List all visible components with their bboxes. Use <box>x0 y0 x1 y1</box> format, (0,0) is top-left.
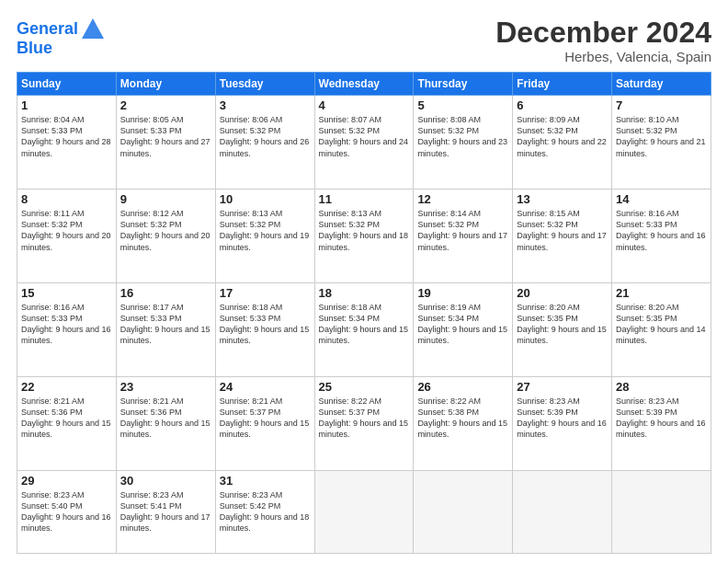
day-number: 10 <box>220 192 311 206</box>
logo-icon <box>80 17 106 42</box>
cell-info: Sunrise: 8:04 AM Sunset: 5:33 PM Dayligh… <box>21 114 112 159</box>
day-number: 5 <box>417 98 508 112</box>
table-cell: 31 Sunrise: 8:23 AM Sunset: 5:42 PM Dayl… <box>215 470 314 553</box>
col-thursday: Thursday <box>414 73 513 96</box>
table-cell: 23 Sunrise: 8:21 AM Sunset: 5:36 PM Dayl… <box>116 376 215 470</box>
day-number: 15 <box>21 286 112 300</box>
table-cell <box>414 470 513 553</box>
location: Herbes, Valencia, Spain <box>495 49 711 64</box>
cell-info: Sunrise: 8:14 AM Sunset: 5:32 PM Dayligh… <box>417 208 508 253</box>
table-cell: 14 Sunrise: 8:16 AM Sunset: 5:33 PM Dayl… <box>612 190 711 283</box>
cell-info: Sunrise: 8:10 AM Sunset: 5:32 PM Dayligh… <box>616 114 707 159</box>
day-number: 7 <box>616 98 707 112</box>
day-number: 13 <box>517 192 608 206</box>
table-cell: 26 Sunrise: 8:22 AM Sunset: 5:38 PM Dayl… <box>414 376 513 470</box>
table-cell <box>314 470 414 553</box>
table-cell: 22 Sunrise: 8:21 AM Sunset: 5:36 PM Dayl… <box>17 376 117 470</box>
day-number: 3 <box>220 98 311 112</box>
table-cell: 18 Sunrise: 8:18 AM Sunset: 5:34 PM Dayl… <box>314 283 414 377</box>
day-number: 19 <box>417 286 508 300</box>
header-row: Sunday Monday Tuesday Wednesday Thursday… <box>17 73 711 96</box>
col-monday: Monday <box>116 73 215 96</box>
day-number: 27 <box>517 380 608 394</box>
day-number: 1 <box>21 98 112 112</box>
cell-info: Sunrise: 8:07 AM Sunset: 5:32 PM Dayligh… <box>319 114 410 159</box>
table-cell: 2 Sunrise: 8:05 AM Sunset: 5:33 PM Dayli… <box>116 96 215 190</box>
table-cell: 1 Sunrise: 8:04 AM Sunset: 5:33 PM Dayli… <box>17 96 117 190</box>
cell-info: Sunrise: 8:12 AM Sunset: 5:32 PM Dayligh… <box>120 208 211 253</box>
table-cell: 13 Sunrise: 8:15 AM Sunset: 5:32 PM Dayl… <box>513 190 612 283</box>
col-friday: Friday <box>513 73 612 96</box>
day-number: 22 <box>21 380 112 394</box>
table-cell: 10 Sunrise: 8:13 AM Sunset: 5:32 PM Dayl… <box>215 190 314 283</box>
month-title: December 2024 <box>495 17 711 49</box>
table-cell <box>612 470 711 553</box>
cell-info: Sunrise: 8:23 AM Sunset: 5:39 PM Dayligh… <box>616 396 707 441</box>
header: General Blue December 2024 Herbes, Valen… <box>17 17 711 64</box>
cell-info: Sunrise: 8:23 AM Sunset: 5:42 PM Dayligh… <box>220 489 311 534</box>
day-number: 20 <box>517 286 608 300</box>
cell-info: Sunrise: 8:23 AM Sunset: 5:39 PM Dayligh… <box>517 396 608 441</box>
day-number: 30 <box>120 474 211 488</box>
table-cell: 4 Sunrise: 8:07 AM Sunset: 5:32 PM Dayli… <box>314 96 414 190</box>
day-number: 9 <box>120 192 211 206</box>
table-cell: 8 Sunrise: 8:11 AM Sunset: 5:32 PM Dayli… <box>17 190 117 283</box>
day-number: 11 <box>319 192 410 206</box>
logo: General Blue <box>17 17 106 58</box>
table-cell: 9 Sunrise: 8:12 AM Sunset: 5:32 PM Dayli… <box>116 190 215 283</box>
day-number: 2 <box>120 98 211 112</box>
cell-info: Sunrise: 8:08 AM Sunset: 5:32 PM Dayligh… <box>417 114 508 159</box>
table-cell: 30 Sunrise: 8:23 AM Sunset: 5:41 PM Dayl… <box>116 470 215 553</box>
day-number: 28 <box>616 380 707 394</box>
table-cell: 29 Sunrise: 8:23 AM Sunset: 5:40 PM Dayl… <box>17 470 117 553</box>
table-cell: 15 Sunrise: 8:16 AM Sunset: 5:33 PM Dayl… <box>17 283 117 377</box>
table-cell: 25 Sunrise: 8:22 AM Sunset: 5:37 PM Dayl… <box>314 376 414 470</box>
table-cell: 11 Sunrise: 8:13 AM Sunset: 5:32 PM Dayl… <box>314 190 414 283</box>
cell-info: Sunrise: 8:06 AM Sunset: 5:32 PM Dayligh… <box>220 114 311 159</box>
cell-info: Sunrise: 8:20 AM Sunset: 5:35 PM Dayligh… <box>517 302 608 347</box>
cell-info: Sunrise: 8:15 AM Sunset: 5:32 PM Dayligh… <box>517 208 608 253</box>
calendar-table: Sunday Monday Tuesday Wednesday Thursday… <box>17 72 711 554</box>
title-block: December 2024 Herbes, Valencia, Spain <box>495 17 711 64</box>
cell-info: Sunrise: 8:23 AM Sunset: 5:40 PM Dayligh… <box>21 489 112 534</box>
day-number: 8 <box>21 192 112 206</box>
day-number: 31 <box>220 474 311 488</box>
cell-info: Sunrise: 8:20 AM Sunset: 5:35 PM Dayligh… <box>616 302 707 347</box>
cell-info: Sunrise: 8:21 AM Sunset: 5:36 PM Dayligh… <box>21 396 112 441</box>
cell-info: Sunrise: 8:21 AM Sunset: 5:37 PM Dayligh… <box>220 396 311 441</box>
svg-marker-0 <box>82 18 104 39</box>
day-number: 14 <box>616 192 707 206</box>
day-number: 6 <box>517 98 608 112</box>
day-number: 4 <box>319 98 410 112</box>
cell-info: Sunrise: 8:11 AM Sunset: 5:32 PM Dayligh… <box>21 208 112 253</box>
table-cell: 24 Sunrise: 8:21 AM Sunset: 5:37 PM Dayl… <box>215 376 314 470</box>
cell-info: Sunrise: 8:17 AM Sunset: 5:33 PM Dayligh… <box>120 302 211 347</box>
table-cell: 21 Sunrise: 8:20 AM Sunset: 5:35 PM Dayl… <box>612 283 711 377</box>
col-saturday: Saturday <box>612 73 711 96</box>
table-cell: 16 Sunrise: 8:17 AM Sunset: 5:33 PM Dayl… <box>116 283 215 377</box>
col-sunday: Sunday <box>17 73 117 96</box>
cell-info: Sunrise: 8:13 AM Sunset: 5:32 PM Dayligh… <box>220 208 311 253</box>
cell-info: Sunrise: 8:05 AM Sunset: 5:33 PM Dayligh… <box>120 114 211 159</box>
day-number: 17 <box>220 286 311 300</box>
day-number: 25 <box>319 380 410 394</box>
cell-info: Sunrise: 8:21 AM Sunset: 5:36 PM Dayligh… <box>120 396 211 441</box>
table-cell: 7 Sunrise: 8:10 AM Sunset: 5:32 PM Dayli… <box>612 96 711 190</box>
day-number: 23 <box>120 380 211 394</box>
day-number: 21 <box>616 286 707 300</box>
day-number: 16 <box>120 286 211 300</box>
day-number: 29 <box>21 474 112 488</box>
day-number: 24 <box>220 380 311 394</box>
col-tuesday: Tuesday <box>215 73 314 96</box>
day-number: 12 <box>417 192 508 206</box>
cell-info: Sunrise: 8:16 AM Sunset: 5:33 PM Dayligh… <box>616 208 707 253</box>
col-wednesday: Wednesday <box>314 73 414 96</box>
table-cell: 12 Sunrise: 8:14 AM Sunset: 5:32 PM Dayl… <box>414 190 513 283</box>
cell-info: Sunrise: 8:13 AM Sunset: 5:32 PM Dayligh… <box>319 208 410 253</box>
table-cell: 27 Sunrise: 8:23 AM Sunset: 5:39 PM Dayl… <box>513 376 612 470</box>
table-cell: 28 Sunrise: 8:23 AM Sunset: 5:39 PM Dayl… <box>612 376 711 470</box>
day-number: 18 <box>319 286 410 300</box>
cell-info: Sunrise: 8:23 AM Sunset: 5:41 PM Dayligh… <box>120 489 211 534</box>
cell-info: Sunrise: 8:22 AM Sunset: 5:38 PM Dayligh… <box>417 396 508 441</box>
table-cell: 5 Sunrise: 8:08 AM Sunset: 5:32 PM Dayli… <box>414 96 513 190</box>
